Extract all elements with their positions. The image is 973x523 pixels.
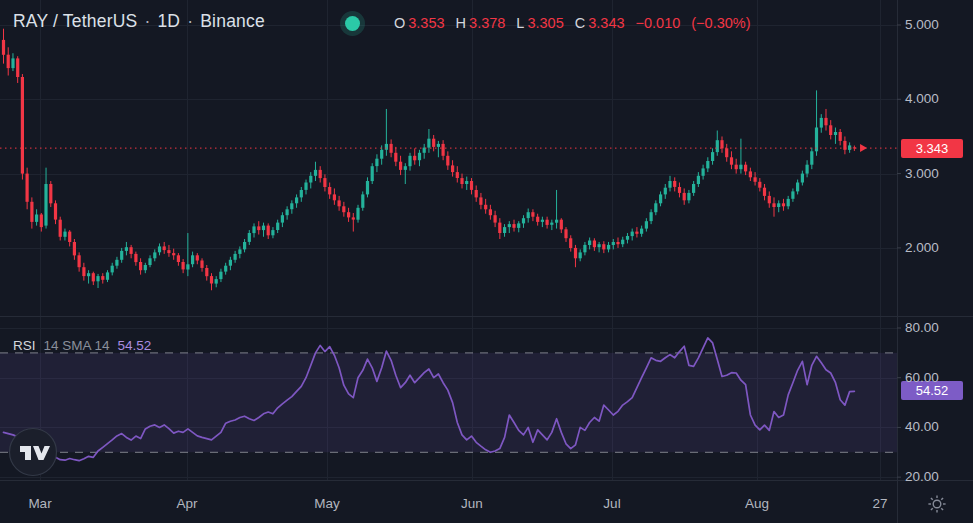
- market-status-dot-icon[interactable]: [345, 16, 360, 31]
- high-label: H: [456, 15, 466, 31]
- open-value: 3.353: [408, 15, 444, 31]
- low-value: 3.305: [527, 15, 563, 31]
- rsi-indicator-value: 54.52: [118, 338, 152, 353]
- price-arrow-icon: [860, 144, 867, 152]
- title-separator: ·: [144, 11, 150, 32]
- time-axis[interactable]: [0, 481, 973, 523]
- close-label: C: [575, 15, 585, 31]
- rsi-indicator-params: 14 SMA 14: [44, 338, 110, 353]
- candlestick-series: [2, 29, 856, 291]
- low-label: L: [516, 15, 524, 31]
- symbol-name: RAY / TetherUS: [13, 11, 137, 32]
- change-value: −0.010: [636, 15, 681, 31]
- high-value: 3.378: [469, 15, 505, 31]
- ohlc-readout: O3.353 H3.378 L3.305 C3.343 −0.010 (−0.3…: [394, 15, 751, 31]
- tradingview-logo[interactable]: [10, 429, 57, 476]
- rsi-indicator-legend[interactable]: RSI 14 SMA 14 54.52: [13, 338, 151, 353]
- change-percent: (−0.30%): [691, 15, 750, 31]
- interval-label: 1D: [157, 11, 180, 32]
- price-axis[interactable]: [898, 0, 973, 480]
- open-label: O: [394, 15, 405, 31]
- symbol-title[interactable]: RAY / TetherUS · 1D · Binance: [13, 11, 265, 32]
- exchange-label: Binance: [200, 11, 265, 32]
- rsi-indicator-name: RSI: [13, 338, 36, 353]
- close-value: 3.343: [588, 15, 624, 31]
- chart-canvas[interactable]: [0, 0, 973, 523]
- title-separator: ·: [187, 11, 193, 32]
- trading-chart-window: RAY / TetherUS · 1D · Binance O3.353 H3.…: [0, 0, 973, 523]
